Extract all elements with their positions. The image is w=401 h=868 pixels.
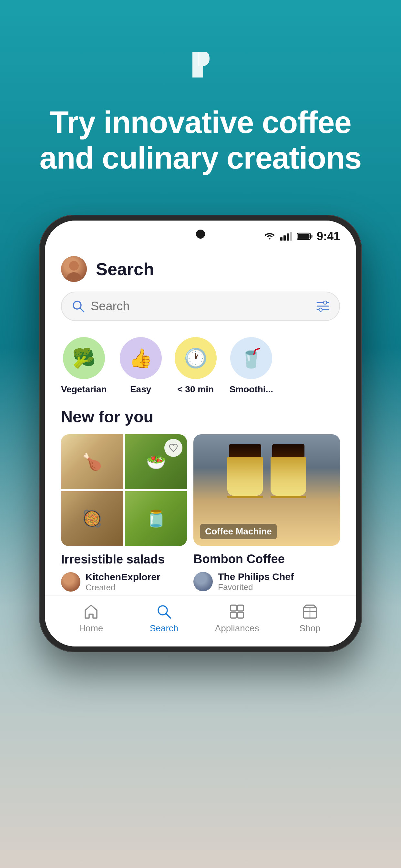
card-salads[interactable]: 🍗 🥗 🥘 🫙 Irresistible salads bbox=[61, 434, 187, 595]
status-time: 9:41 bbox=[317, 229, 340, 243]
categories-row: 🥦 Vegetarian 👍 Easy 🕐 < 30 min bbox=[45, 331, 356, 401]
category-vegetarian[interactable]: 🥦 Vegetarian bbox=[61, 337, 107, 395]
svg-rect-16 bbox=[230, 605, 236, 611]
wifi-icon bbox=[263, 231, 276, 241]
section-title-new: New for you bbox=[45, 401, 356, 434]
appliances-icon bbox=[228, 603, 245, 620]
avatar bbox=[61, 256, 87, 282]
nav-label-appliances: Appliances bbox=[215, 623, 259, 633]
food-image-4: 🫙 bbox=[125, 491, 187, 546]
hero-section: Try innovative coffee and culinary creat… bbox=[0, 0, 401, 195]
card-meta-coffee: Bombon Coffee The Philips Chef Favorited bbox=[193, 546, 340, 595]
favorite-button[interactable] bbox=[164, 439, 182, 457]
food-image-3: 🥘 bbox=[61, 491, 123, 546]
svg-rect-3 bbox=[290, 232, 292, 241]
card-author-salads: KitchenExplorer Created bbox=[61, 571, 187, 593]
category-label-vegetarian: Vegetarian bbox=[61, 384, 107, 395]
hero-title: Try innovative coffee and culinary creat… bbox=[0, 104, 401, 176]
card-author-coffee: The Philips Chef Favorited bbox=[193, 571, 340, 592]
shop-icon bbox=[302, 603, 318, 620]
svg-rect-17 bbox=[238, 605, 243, 611]
svg-rect-1 bbox=[283, 236, 286, 241]
nav-item-appliances[interactable]: Appliances bbox=[201, 603, 274, 633]
card-title-coffee: Bombon Coffee bbox=[193, 552, 340, 566]
category-label-easy: Easy bbox=[130, 384, 151, 395]
svg-rect-5 bbox=[311, 235, 312, 238]
battery-icon bbox=[297, 232, 313, 241]
search-input[interactable] bbox=[91, 299, 310, 313]
category-circle-easy: 👍 bbox=[120, 337, 162, 379]
author-action-salads: Created bbox=[86, 583, 160, 593]
signal-icon bbox=[280, 231, 293, 241]
svg-point-12 bbox=[323, 301, 327, 304]
card-coffee[interactable]: Coffee Machine Bombon Coffee The Philips… bbox=[193, 434, 340, 595]
app-header: Search bbox=[45, 246, 356, 288]
filter-icon[interactable] bbox=[316, 300, 330, 312]
status-bar: 9:41 bbox=[45, 221, 356, 246]
status-icons: 9:41 bbox=[263, 229, 340, 243]
author-avatar-coffee bbox=[193, 572, 213, 591]
svg-line-15 bbox=[166, 614, 171, 618]
author-info-coffee: The Philips Chef Favorited bbox=[218, 571, 294, 592]
category-smoothie[interactable]: 🥤 Smoothi... bbox=[229, 337, 273, 395]
category-easy[interactable]: 👍 Easy bbox=[120, 337, 162, 395]
svg-rect-19 bbox=[238, 612, 243, 618]
nav-item-home[interactable]: Home bbox=[55, 603, 127, 633]
search-nav-icon bbox=[156, 603, 173, 620]
author-name-coffee: The Philips Chef bbox=[218, 571, 294, 582]
author-avatar-salads bbox=[61, 572, 81, 592]
nav-label-search: Search bbox=[150, 623, 179, 633]
card-meta-salads: Irresistible salads KitchenExplorer Crea… bbox=[61, 546, 187, 595]
category-under30[interactable]: 🕐 < 30 min bbox=[175, 337, 217, 395]
svg-rect-18 bbox=[230, 612, 236, 618]
bottom-nav: Home Search bbox=[45, 595, 356, 647]
search-icon bbox=[71, 299, 85, 313]
phone-mockup: 9:41 Search bbox=[39, 215, 362, 652]
card-title-salads: Irresistible salads bbox=[61, 553, 187, 566]
nav-label-home: Home bbox=[79, 623, 103, 633]
cards-row: 🍗 🥗 🥘 🫙 Irresistible salads bbox=[45, 434, 356, 595]
app-logo bbox=[181, 42, 220, 104]
svg-line-8 bbox=[80, 308, 84, 312]
coffee-category-label: Coffee Machine bbox=[200, 524, 277, 539]
nav-item-shop[interactable]: Shop bbox=[274, 603, 346, 633]
svg-rect-2 bbox=[287, 234, 289, 241]
camera-notch bbox=[196, 229, 205, 239]
category-circle-vegetarian: 🥦 bbox=[63, 337, 105, 379]
category-circle-smoothie: 🥤 bbox=[230, 337, 272, 379]
author-action-coffee: Favorited bbox=[218, 582, 294, 592]
nav-item-search[interactable]: Search bbox=[127, 603, 201, 633]
category-label-under30: < 30 min bbox=[177, 384, 214, 395]
collage-grid: 🍗 🥗 🥘 🫙 bbox=[61, 434, 187, 546]
category-circle-under30: 🕐 bbox=[175, 337, 217, 379]
category-label-smoothie: Smoothi... bbox=[229, 384, 273, 395]
nav-label-shop: Shop bbox=[299, 623, 320, 633]
svg-rect-6 bbox=[298, 234, 309, 239]
food-image-1: 🍗 bbox=[61, 434, 123, 489]
coffee-image: Coffee Machine bbox=[193, 434, 340, 546]
author-info-salads: KitchenExplorer Created bbox=[86, 571, 160, 593]
search-bar-container bbox=[45, 288, 356, 331]
home-icon bbox=[83, 603, 99, 620]
svg-point-13 bbox=[319, 308, 322, 311]
page-title: Search bbox=[96, 259, 154, 279]
search-bar[interactable] bbox=[61, 291, 340, 321]
svg-rect-0 bbox=[280, 237, 282, 241]
author-name-salads: KitchenExplorer bbox=[86, 571, 160, 583]
